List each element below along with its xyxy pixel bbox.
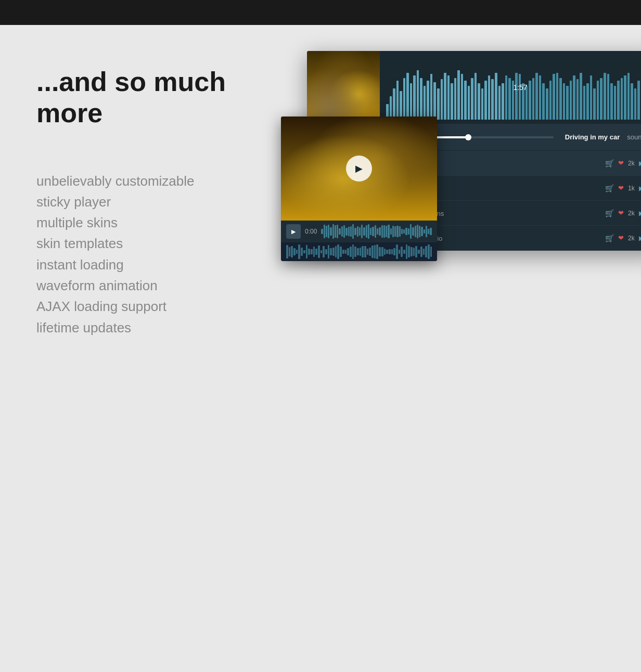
feature-item-7: lifetime updates bbox=[36, 317, 297, 338]
headline-line2: more bbox=[36, 98, 102, 128]
like-count-2: 2k bbox=[628, 210, 635, 217]
mini-waveform[interactable] bbox=[321, 224, 432, 239]
headline-line1: ...and so much bbox=[36, 67, 226, 97]
cart-icon-0[interactable]: 🛒 bbox=[605, 159, 614, 167]
mini-play-small-icon: ▶ bbox=[291, 228, 296, 235]
feature-list: unbelievably customizable sticky player … bbox=[36, 171, 297, 338]
waveform-area[interactable]: 1:57 bbox=[380, 51, 641, 124]
play-icon-0[interactable]: ▶ bbox=[639, 160, 641, 167]
heart-icon-0[interactable]: ❤ bbox=[618, 159, 624, 167]
track-meta-1: 🛒 ❤ 1k ▶ 72 bbox=[605, 184, 641, 192]
mini-play-icon: ▶ bbox=[355, 163, 363, 174]
time-display: 1:57 bbox=[513, 83, 527, 92]
like-count-1: 1k bbox=[628, 185, 635, 192]
play-icon-2[interactable]: ▶ bbox=[639, 210, 641, 217]
feature-item-3: skin templates bbox=[36, 233, 297, 254]
top-bar bbox=[0, 0, 641, 25]
mini-player-card: ▶ ▶ 0:00 bbox=[281, 117, 437, 261]
feature-item-5: waveform animation bbox=[36, 275, 297, 296]
heart-icon-2[interactable]: ❤ bbox=[618, 209, 624, 217]
play-icon-3[interactable]: ▶ bbox=[639, 235, 641, 242]
album-art-gradient bbox=[307, 51, 380, 124]
mini-play-button[interactable]: ▶ bbox=[286, 224, 301, 239]
mini-time-display: 0:00 bbox=[305, 228, 317, 235]
feature-item-0: unbelievably customizable bbox=[36, 171, 297, 191]
progress-knob bbox=[465, 134, 471, 140]
mini-controls: ▶ 0:00 bbox=[281, 221, 437, 242]
track-meta-0: 🛒 ❤ 2k ▶ 69 bbox=[605, 159, 641, 167]
feature-item-6: AJAX loading support bbox=[36, 296, 297, 317]
mini-waveform-bottom bbox=[281, 242, 437, 261]
heart-icon-3[interactable]: ❤ bbox=[618, 234, 624, 242]
feature-item-1: sticky player bbox=[36, 191, 297, 212]
feature-item-2: multiple skins bbox=[36, 212, 297, 233]
cart-icon-1[interactable]: 🛒 bbox=[605, 184, 614, 192]
cart-icon-2[interactable]: 🛒 bbox=[605, 209, 614, 217]
track-meta-2: 🛒 ❤ 2k ▶ 54 bbox=[605, 209, 641, 217]
mini-player-art: ▶ bbox=[281, 117, 437, 221]
cart-icon-3[interactable]: 🛒 bbox=[605, 234, 614, 242]
feature-item-4: instant loading bbox=[36, 254, 297, 275]
album-art bbox=[307, 51, 380, 124]
mini-large-play-button[interactable]: ▶ bbox=[346, 156, 372, 182]
like-count-3: 2k bbox=[628, 235, 635, 242]
headline: ...and so much more bbox=[36, 67, 297, 129]
controls-track-artist: soundroll bbox=[627, 133, 641, 141]
main-content: ...and so much more unbelievably customi… bbox=[0, 25, 641, 369]
player-header: 1:57 bbox=[307, 51, 641, 124]
play-icon-1[interactable]: ▶ bbox=[639, 185, 641, 192]
left-section: ...and so much more unbelievably customi… bbox=[36, 56, 297, 338]
controls-track-name: Driving in my car bbox=[565, 133, 620, 141]
track-meta-3: 🛒 ❤ 2k ▶ 41 bbox=[605, 234, 641, 242]
heart-icon-1[interactable]: ❤ bbox=[618, 184, 624, 192]
like-count-0: 2k bbox=[628, 160, 635, 167]
right-section: 1:57 ‹ ❚❚ › Driving in my car soundroll bbox=[307, 51, 641, 251]
